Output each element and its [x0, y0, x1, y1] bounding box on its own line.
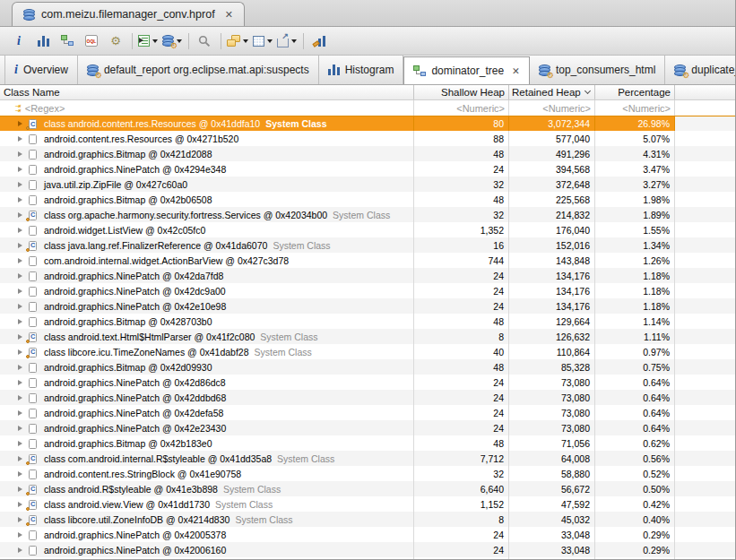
numeric-filter-shallow[interactable]: <Numeric> — [414, 100, 509, 116]
expand-arrow-icon[interactable] — [18, 228, 22, 233]
table-row[interactable]: C class android.text.Html$HtmlParser @ 0… — [0, 329, 736, 344]
table-row[interactable]: android.graphics.NinePatch @ 0x42dc9a00 … — [0, 283, 736, 298]
table-row[interactable]: C class libcore.util.ZoneInfoDB @ 0x4214… — [0, 512, 736, 527]
expand-arrow-icon[interactable] — [18, 258, 22, 263]
table-row[interactable]: android.graphics.Bitmap @ 0x42b06508 48 … — [0, 192, 736, 207]
table-row[interactable]: android.content.res.Resources @ 0x4271b5… — [0, 131, 736, 146]
expand-arrow-icon[interactable] — [18, 289, 22, 294]
percentage-value: 1.14% — [595, 314, 675, 329]
class-icon: C — [28, 210, 38, 220]
expand-arrow-icon[interactable] — [18, 273, 22, 279]
expand-arrow-icon[interactable] — [18, 410, 22, 416]
column-header-retained-heap[interactable]: Retained Heap — [509, 85, 595, 99]
table-row[interactable]: C class libcore.icu.TimeZoneNames @ 0x41… — [0, 344, 736, 359]
grouping-button[interactable] — [227, 30, 248, 52]
table-row[interactable]: C class java.lang.ref.FinalizerReference… — [0, 237, 736, 253]
row-class-name: android.graphics.NinePatch @ 0x42ddbd68 — [44, 392, 226, 403]
table-row[interactable]: android.graphics.Bitmap @ 0x428703b0 48 … — [0, 314, 736, 329]
query-browser-button[interactable] — [138, 30, 158, 52]
run-report-button[interactable]: ⚙ — [162, 30, 182, 52]
expand-arrow-icon[interactable] — [18, 487, 22, 492]
table-row[interactable]: android.graphics.NinePatch @ 0x42ddbd68 … — [0, 390, 736, 405]
export-button[interactable]: ↗ — [277, 30, 297, 52]
table-row[interactable]: android.graphics.NinePatch @ 0x42006160 … — [0, 542, 736, 557]
editor-tab-hprof[interactable]: com.meizu.filemanager_conv.hprof ✕ — [12, 2, 245, 26]
expand-arrow-icon[interactable] — [18, 334, 22, 340]
column-header-class-name[interactable]: Class Name — [0, 85, 414, 99]
table-row[interactable]: android.content.res.StringBlock @ 0x41e9… — [0, 466, 736, 481]
expand-arrow-icon[interactable] — [18, 532, 22, 538]
expand-arrow-icon[interactable] — [18, 243, 22, 248]
expand-arrow-icon[interactable] — [18, 456, 22, 461]
row-class-name: class android.view.View @ 0x41dd1730 — [44, 499, 210, 510]
system-class-badge: System Class — [215, 499, 273, 510]
tab-histogram[interactable]: Histogram — [319, 56, 404, 84]
expand-arrow-icon[interactable] — [18, 395, 22, 401]
expert-system-button[interactable]: ⚙ — [106, 30, 126, 52]
table-row[interactable]: android.graphics.NinePatch @ 0x42e23430 … — [0, 420, 736, 435]
table-row[interactable]: C class android.view.View @ 0x41dd1730 S… — [0, 496, 736, 512]
dominator-tree-button[interactable] — [57, 30, 77, 52]
expand-arrow-icon[interactable] — [18, 441, 22, 446]
tab-overview[interactable]: i Overview — [4, 56, 78, 84]
compare-button[interactable] — [309, 30, 329, 52]
table-row[interactable]: android.graphics.NinePatch @ 0x42005378 … — [0, 527, 736, 542]
table-row[interactable]: java.util.zip.ZipFile @ 0x427c60a0 32 37… — [0, 177, 736, 192]
dropdown-caret-icon[interactable] — [152, 39, 158, 43]
oql-button[interactable]: OQL — [82, 30, 101, 52]
tab-dominator-tree[interactable]: dominator_tree ✕ — [403, 56, 530, 84]
table-row[interactable]: android.graphics.NinePatch @ 0x42e10e98 … — [0, 298, 736, 314]
close-icon[interactable]: ✕ — [512, 65, 520, 76]
table-row[interactable]: android.widget.ListView @ 0x42c05fc0 1,3… — [0, 222, 736, 237]
table-row[interactable]: C class org.apache.harmony.security.fort… — [0, 207, 736, 222]
expand-arrow-icon[interactable] — [18, 547, 22, 553]
expand-arrow-icon[interactable] — [18, 365, 22, 370]
table-row[interactable]: com.android.internal.widget.ActionBarVie… — [0, 253, 736, 268]
histogram-button[interactable] — [33, 30, 53, 52]
expand-arrow-icon[interactable] — [18, 471, 22, 477]
column-header-percentage[interactable]: Percentage — [595, 85, 675, 99]
table-header: Class Name Shallow Heap Retained Heap Pe… — [0, 85, 736, 100]
sort-desc-icon — [584, 88, 591, 94]
expand-arrow-icon[interactable] — [18, 121, 22, 126]
close-icon[interactable]: ✕ — [225, 9, 233, 21]
expand-arrow-icon[interactable] — [18, 182, 22, 187]
dropdown-caret-icon[interactable] — [243, 39, 248, 43]
table-row[interactable]: android.graphics.Bitmap @ 0x42b183e0 48 … — [0, 435, 736, 451]
column-header-shallow-heap[interactable]: Shallow Heap — [414, 85, 509, 99]
expand-arrow-icon[interactable] — [18, 502, 22, 507]
info-button[interactable]: i — [9, 30, 29, 52]
table-row[interactable]: C class android.R$styleable @ 0x41e3b898… — [0, 481, 736, 496]
regex-filter[interactable]: ⇥⇥ <Regex> — [0, 100, 414, 116]
expand-arrow-icon[interactable] — [18, 319, 22, 324]
row-class-name: class libcore.icu.TimeZoneNames @ 0x41da… — [44, 347, 249, 358]
tab-duplicate-classes[interactable]: ⚙ duplicate_classes — [665, 56, 736, 84]
expand-arrow-icon[interactable] — [18, 304, 22, 309]
tab-top-consumers-html[interactable]: ⚙ top_consumers_html — [530, 56, 665, 84]
table-row[interactable]: android.graphics.Bitmap @ 0x421d2088 48 … — [0, 146, 736, 161]
expand-arrow-icon[interactable] — [18, 349, 22, 355]
table-row[interactable]: android.graphics.NinePatch @ 0x42d86dc8 … — [0, 375, 736, 390]
table-row[interactable]: C class com.android.internal.R$styleable… — [0, 451, 736, 466]
numeric-filter-percentage[interactable]: <Numeric> — [595, 100, 675, 116]
expand-arrow-icon[interactable] — [18, 212, 22, 218]
numeric-filter-retained[interactable]: <Numeric> — [509, 100, 595, 116]
calculator-button[interactable] — [253, 30, 273, 52]
table-row[interactable]: android.graphics.NinePatch @ 0x42da7fd8 … — [0, 268, 736, 283]
expand-arrow-icon[interactable] — [18, 426, 22, 431]
table-row[interactable]: android.graphics.NinePatch @ 0x4294e348 … — [0, 161, 736, 177]
search-button[interactable] — [195, 30, 214, 52]
expand-arrow-icon[interactable] — [18, 380, 22, 385]
table-row[interactable]: C class android.content.res.Resources @ … — [0, 116, 736, 131]
grouping-icon — [227, 35, 240, 47]
expand-arrow-icon[interactable] — [18, 197, 22, 202]
expand-arrow-icon[interactable] — [18, 136, 22, 142]
table-row[interactable]: android.graphics.NinePatch @ 0x42defa58 … — [0, 405, 736, 420]
dropdown-caret-icon[interactable] — [291, 39, 297, 43]
expand-arrow-icon[interactable] — [18, 517, 22, 522]
table-row[interactable]: android.graphics.Bitmap @ 0x42d09930 48 … — [0, 359, 736, 375]
expand-arrow-icon[interactable] — [18, 151, 22, 157]
tab-default-report[interactable]: ⚙ default_report org.eclipse.mat.api:sus… — [78, 56, 319, 84]
dropdown-caret-icon[interactable] — [267, 39, 273, 43]
expand-arrow-icon[interactable] — [18, 167, 22, 172]
